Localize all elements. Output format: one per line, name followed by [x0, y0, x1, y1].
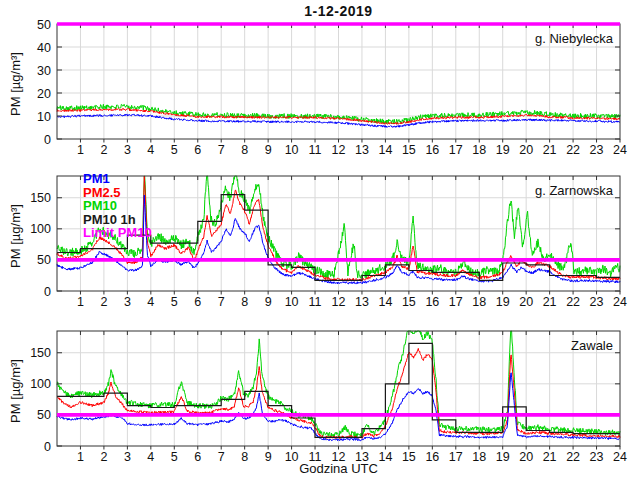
x-tick-label: 22	[566, 143, 580, 157]
x-tick-label: 3	[124, 143, 131, 157]
x-tick-label: 12	[332, 295, 346, 309]
x-tick-label: 15	[402, 143, 416, 157]
x-tick-label: 13	[355, 295, 369, 309]
x-tick-label: 10	[285, 295, 299, 309]
x-tick-label: 19	[496, 143, 510, 157]
x-tick-label: 1	[77, 143, 84, 157]
x-tick-label: 11	[309, 143, 322, 157]
legend-item-limit-pm10: Limit PM10	[83, 226, 152, 240]
panel-label-zawale: Zawale	[571, 338, 613, 353]
y-tick-label: 150	[30, 346, 51, 360]
x-tick-label: 4	[147, 295, 154, 309]
y-tick-label: 50	[37, 18, 51, 32]
x-tick-label: 16	[425, 295, 439, 309]
x-tick-label: 10	[285, 143, 299, 157]
pm-measurement-figure: 1234567891011121314151617181920212223240…	[0, 0, 640, 480]
x-tick-label: 24	[613, 295, 627, 309]
x-tick-label: 11	[309, 295, 322, 309]
legend-item-pm10-1h: PM10 1h	[83, 213, 152, 227]
y-tick-label: 0	[44, 285, 51, 299]
y-tick-label: 0	[44, 133, 51, 147]
x-tick-label: 13	[355, 143, 369, 157]
x-tick-label: 8	[241, 143, 248, 157]
chart-canvas: 1234567891011121314151617181920212223240…	[0, 0, 640, 480]
chart-title: 1-12-2019	[57, 3, 620, 19]
y-tick-label: 150	[30, 191, 51, 205]
legend-item-pm1: PM1	[83, 172, 152, 186]
legend: PM1 PM2.5 PM10 PM10 1h Limit PM10	[83, 172, 152, 240]
x-tick-label: 3	[124, 295, 131, 309]
x-tick-label: 14	[378, 295, 392, 309]
legend-item-pm10: PM10	[83, 199, 152, 213]
x-tick-label: 2	[100, 295, 107, 309]
x-tick-label: 6	[194, 143, 201, 157]
x-tick-label: 18	[472, 143, 486, 157]
y-tick-label: 50	[37, 408, 51, 422]
panel-label-zarnowska: g. Zarnowska	[535, 183, 613, 198]
x-tick-label: 17	[449, 295, 463, 309]
x-axis-label: Godzina UTC	[57, 461, 620, 476]
y-tick-label: 100	[30, 222, 51, 236]
x-tick-label: 19	[496, 295, 510, 309]
x-tick-label: 4	[147, 143, 154, 157]
x-tick-label: 14	[378, 143, 392, 157]
y-tick-label: 40	[37, 41, 51, 55]
y-tick-label: 50	[37, 253, 51, 267]
x-tick-label: 18	[472, 295, 486, 309]
x-tick-label: 23	[590, 143, 604, 157]
y-tick-label: 0	[44, 440, 51, 454]
y-tick-label: 10	[37, 110, 51, 124]
x-tick-label: 16	[425, 143, 439, 157]
x-tick-label: 7	[218, 295, 225, 309]
x-tick-label: 15	[402, 295, 416, 309]
panel-label-niebylecka: g. Niebylecka	[535, 31, 613, 46]
x-tick-label: 24	[613, 143, 627, 157]
y-tick-label: 100	[30, 377, 51, 391]
x-tick-label: 7	[218, 143, 225, 157]
x-tick-label: 8	[241, 295, 248, 309]
x-tick-label: 17	[449, 143, 463, 157]
x-tick-label: 9	[265, 295, 272, 309]
y-tick-label: 20	[37, 87, 51, 101]
x-tick-label: 23	[590, 295, 604, 309]
legend-item-pm2-5: PM2.5	[83, 186, 152, 200]
y-tick-label: 30	[37, 64, 51, 78]
x-tick-label: 20	[519, 295, 533, 309]
x-tick-label: 2	[100, 143, 107, 157]
x-tick-label: 20	[519, 143, 533, 157]
x-tick-label: 5	[171, 143, 178, 157]
x-tick-label: 21	[543, 143, 557, 157]
x-tick-label: 22	[566, 295, 580, 309]
x-tick-label: 1	[77, 295, 84, 309]
x-tick-label: 6	[194, 295, 201, 309]
x-tick-label: 5	[171, 295, 178, 309]
x-tick-label: 12	[332, 143, 346, 157]
x-tick-label: 21	[543, 295, 557, 309]
x-tick-label: 9	[265, 143, 272, 157]
